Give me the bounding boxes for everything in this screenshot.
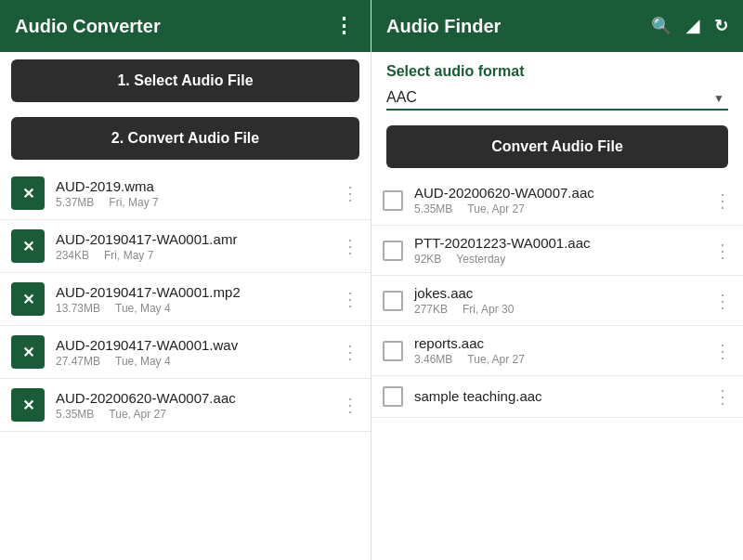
right-panel: Audio Finder 🔍 ◢ ↻ Select audio format A… — [372, 0, 743, 560]
file-menu-icon[interactable]: ⋮ — [333, 235, 359, 257]
audio-size: 3.46MB — [414, 353, 452, 366]
file-size: 234KB — [56, 249, 89, 262]
list-item: reports.aac 3.46MB Tue, Apr 27 ⋮ — [372, 326, 743, 376]
file-name: AUD-20190417-WA0001.wav — [56, 337, 333, 353]
left-header-menu-icon[interactable]: ⋮ — [333, 14, 356, 38]
list-item: ✕ AUD-2019.wma 5.37MB Fri, May 7 ⋮ — [0, 167, 371, 220]
convert-audio-btn-right[interactable]: Convert Audio File — [386, 125, 728, 168]
audio-name: reports.aac — [414, 335, 706, 351]
search-icon[interactable]: 🔍 — [651, 16, 671, 36]
file-name: AUD-20190417-WA0001.mp2 — [56, 284, 333, 300]
file-icon: ✕ — [11, 335, 45, 369]
right-audio-list: AUD-20200620-WA0007.aac 5.35MB Tue, Apr … — [372, 176, 743, 560]
audio-size: 92KB — [414, 253, 441, 266]
file-size: 27.47MB — [56, 355, 100, 368]
audio-menu-icon[interactable]: ⋮ — [706, 340, 732, 362]
file-meta: 27.47MB Tue, May 4 — [56, 355, 333, 368]
audio-meta: 277KB Fri, Apr 30 — [414, 303, 706, 316]
file-icon: ✕ — [11, 229, 45, 263]
file-size: 5.35MB — [56, 408, 94, 421]
audio-menu-icon[interactable]: ⋮ — [706, 240, 732, 262]
file-menu-icon[interactable]: ⋮ — [333, 182, 359, 204]
file-info: AUD-2019.wma 5.37MB Fri, May 7 — [56, 178, 333, 209]
file-date: Tue, Apr 27 — [109, 408, 166, 421]
audio-name: jokes.aac — [414, 285, 706, 301]
file-meta: 234KB Fri, May 7 — [56, 249, 333, 262]
left-title: Audio Converter — [15, 16, 161, 37]
file-info: AUD-20200620-WA0007.aac 5.35MB Tue, Apr … — [56, 390, 333, 421]
left-header: Audio Converter ⋮ — [0, 0, 371, 52]
audio-checkbox[interactable] — [383, 341, 403, 361]
file-icon: ✕ — [11, 388, 45, 422]
audio-date: Tue, Apr 27 — [467, 202, 525, 215]
file-menu-icon[interactable]: ⋮ — [333, 341, 359, 363]
format-section: Select audio format AAC MP3 WAV AMR WMA … — [372, 52, 743, 118]
audio-checkbox[interactable] — [383, 291, 403, 311]
right-header-icons: 🔍 ◢ ↻ — [651, 16, 728, 36]
format-label: Select audio format — [386, 63, 728, 80]
list-item: sample teaching.aac ⋮ — [372, 376, 743, 418]
file-meta: 5.37MB Fri, May 7 — [56, 196, 333, 209]
right-title: Audio Finder — [386, 16, 501, 37]
filter-icon[interactable]: ◢ — [686, 16, 699, 36]
list-item: ✕ AUD-20200620-WA0007.aac 5.35MB Tue, Ap… — [0, 379, 371, 432]
audio-meta: 5.35MB Tue, Apr 27 — [414, 202, 706, 215]
file-size: 5.37MB — [56, 196, 94, 209]
audio-checkbox[interactable] — [383, 386, 403, 407]
audio-size: 5.35MB — [414, 202, 452, 215]
file-menu-icon[interactable]: ⋮ — [333, 394, 359, 416]
list-item: ✕ AUD-20190417-WA0001.amr 234KB Fri, May… — [0, 220, 371, 273]
file-date: Fri, May 7 — [104, 249, 153, 262]
audio-checkbox[interactable] — [383, 241, 403, 261]
audio-info: AUD-20200620-WA0007.aac 5.35MB Tue, Apr … — [414, 185, 706, 215]
file-menu-icon[interactable]: ⋮ — [333, 288, 359, 310]
audio-info: jokes.aac 277KB Fri, Apr 30 — [414, 285, 706, 316]
audio-size: 277KB — [414, 303, 448, 316]
list-item: AUD-20200620-WA0007.aac 5.35MB Tue, Apr … — [372, 176, 743, 226]
file-meta: 13.73MB Tue, May 4 — [56, 302, 333, 315]
select-audio-btn[interactable]: 1. Select Audio File — [11, 59, 359, 102]
file-date: Tue, May 4 — [115, 355, 171, 368]
file-icon: ✕ — [11, 282, 45, 316]
left-panel: Audio Converter ⋮ 1. Select Audio File 2… — [0, 0, 372, 560]
list-item: PTT-20201223-WA0001.aac 92KB Yesterday ⋮ — [372, 226, 743, 276]
convert-audio-btn-left[interactable]: 2. Convert Audio File — [11, 117, 359, 160]
audio-name: sample teaching.aac — [414, 388, 706, 404]
file-icon: ✕ — [11, 176, 45, 210]
list-item: ✕ AUD-20190417-WA0001.mp2 13.73MB Tue, M… — [0, 273, 371, 326]
file-size: 13.73MB — [56, 302, 100, 315]
format-select-wrapper: AAC MP3 WAV AMR WMA OGG — [386, 85, 728, 111]
audio-menu-icon[interactable]: ⋮ — [706, 189, 732, 212]
file-info: AUD-20190417-WA0001.mp2 13.73MB Tue, May… — [56, 284, 333, 315]
audio-date: Yesterday — [456, 253, 505, 266]
audio-menu-icon[interactable]: ⋮ — [706, 385, 732, 408]
audio-info: reports.aac 3.46MB Tue, Apr 27 — [414, 335, 706, 366]
right-header: Audio Finder 🔍 ◢ ↻ — [372, 0, 743, 52]
file-name: AUD-20190417-WA0001.amr — [56, 231, 333, 247]
audio-menu-icon[interactable]: ⋮ — [706, 290, 732, 312]
file-name: AUD-2019.wma — [56, 178, 333, 194]
audio-name: PTT-20201223-WA0001.aac — [414, 235, 706, 251]
audio-date: Tue, Apr 27 — [467, 353, 525, 366]
file-name: AUD-20200620-WA0007.aac — [56, 390, 333, 406]
format-select[interactable]: AAC MP3 WAV AMR WMA OGG — [386, 85, 728, 111]
left-file-list: ✕ AUD-2019.wma 5.37MB Fri, May 7 ⋮ ✕ AUD… — [0, 167, 371, 560]
file-info: AUD-20190417-WA0001.amr 234KB Fri, May 7 — [56, 231, 333, 262]
audio-meta: 3.46MB Tue, Apr 27 — [414, 353, 706, 366]
file-info: AUD-20190417-WA0001.wav 27.47MB Tue, May… — [56, 337, 333, 368]
file-date: Tue, May 4 — [115, 302, 171, 315]
audio-meta: 92KB Yesterday — [414, 253, 706, 266]
audio-checkbox[interactable] — [383, 190, 403, 211]
audio-name: AUD-20200620-WA0007.aac — [414, 185, 706, 201]
audio-info: sample teaching.aac — [414, 388, 706, 406]
file-meta: 5.35MB Tue, Apr 27 — [56, 408, 333, 421]
audio-date: Fri, Apr 30 — [463, 303, 514, 316]
audio-info: PTT-20201223-WA0001.aac 92KB Yesterday — [414, 235, 706, 266]
list-item: jokes.aac 277KB Fri, Apr 30 ⋮ — [372, 276, 743, 326]
refresh-icon[interactable]: ↻ — [714, 16, 728, 36]
file-date: Fri, May 7 — [109, 196, 158, 209]
list-item: ✕ AUD-20190417-WA0001.wav 27.47MB Tue, M… — [0, 326, 371, 379]
